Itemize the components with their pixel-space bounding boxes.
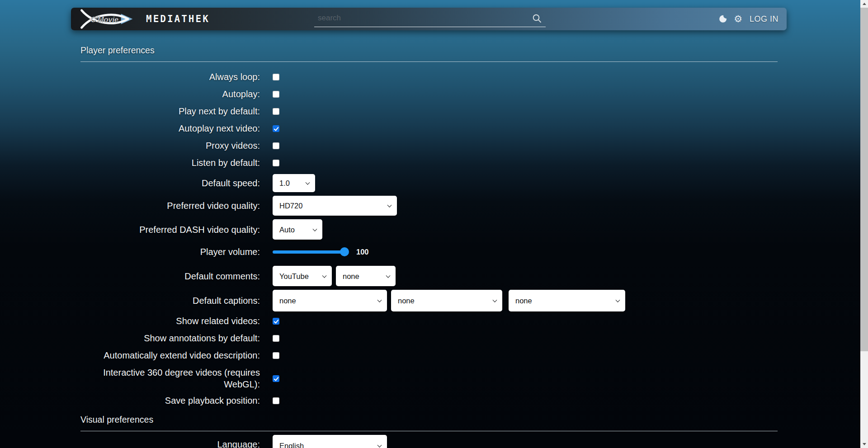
pref-label: Default comments: [80, 270, 273, 282]
pref-row-listen-by-default: Listen by default: [80, 157, 778, 169]
triangle-up-icon [863, 3, 866, 5]
default-speed-select[interactable]: 1.0 [273, 174, 315, 192]
search-input[interactable] [314, 10, 546, 27]
pref-row-show-related: Show related videos: [80, 315, 778, 327]
always-loop-checkbox[interactable] [273, 74, 279, 80]
pref-label: Default captions: [80, 295, 273, 307]
interactive-360-checkbox[interactable] [273, 375, 279, 382]
default-captions-select-1[interactable]: none [273, 290, 387, 311]
show-related-videos-checkbox[interactable] [273, 318, 279, 325]
pref-label: Autoplay: [80, 88, 273, 100]
pref-row-default-captions: Default captions: none none none [80, 290, 778, 311]
pref-row-player-volume: Player volume: 100 [80, 246, 778, 258]
autoplay-next-video-checkbox[interactable] [273, 125, 279, 132]
logo-text: C'Movie [90, 15, 118, 24]
language-select[interactable]: English [273, 435, 387, 448]
pref-row-dash-quality: Preferred DASH video quality: Auto [80, 219, 778, 240]
pref-row-extend-description: Automatically extend video description: [80, 349, 778, 361]
settings-gear-icon[interactable]: ⚙ [734, 14, 742, 24]
search-icon[interactable] [532, 14, 542, 24]
show-annotations-checkbox[interactable] [273, 335, 279, 342]
proxy-videos-checkbox[interactable] [273, 142, 279, 149]
navbar-actions: ⚙ LOG IN [718, 14, 778, 24]
pref-row-interactive-360: Interactive 360 degree videos (requires … [80, 367, 778, 390]
pref-label: Save playback position: [80, 395, 273, 406]
pref-label: Play next by default: [80, 105, 273, 117]
save-playback-position-checkbox[interactable] [273, 397, 279, 404]
pref-label: Always loop: [80, 71, 273, 83]
fish-logo-icon: C'Movie [78, 9, 136, 29]
home-link[interactable]: C'Movie MEDIATHEK [78, 9, 210, 29]
pref-row-autoplay: Autoplay: [80, 88, 778, 100]
pref-label: Automatically extend video description: [80, 349, 273, 361]
scrollbar[interactable] [860, 0, 868, 448]
pref-label: Language: [80, 435, 273, 448]
brand-title: MEDIATHEK [146, 14, 210, 24]
pref-label: Show annotations by default: [80, 332, 273, 344]
login-link[interactable]: LOG IN [750, 14, 778, 24]
pref-row-default-comments: Default comments: YouTube none [80, 266, 778, 286]
default-captions-select-3[interactable]: none [509, 290, 625, 311]
pref-label: Listen by default: [80, 157, 273, 169]
default-comments-select-1[interactable]: YouTube [273, 266, 332, 286]
pref-row-autoplay-next-video: Autoplay next video: [80, 123, 778, 134]
pref-row-show-annotations: Show annotations by default: [80, 332, 778, 344]
pref-row-video-quality: Preferred video quality: HD720 [80, 196, 778, 216]
section-title-player-preferences: Player preferences [80, 40, 778, 62]
pref-row-proxy-videos: Proxy videos: [80, 140, 778, 151]
play-next-by-default-checkbox[interactable] [273, 108, 279, 115]
pref-row-play-next: Play next by default: [80, 105, 778, 117]
preferred-dash-quality-select[interactable]: Auto [273, 219, 322, 240]
preferred-video-quality-select[interactable]: HD720 [273, 196, 397, 216]
default-comments-select-2[interactable]: none [336, 266, 396, 286]
slider-thumb[interactable] [340, 247, 349, 256]
player-volume-slider[interactable] [273, 250, 348, 254]
listen-by-default-checkbox[interactable] [273, 160, 279, 166]
pref-label: Player volume: [80, 246, 273, 258]
pref-row-language: Language: English [80, 435, 778, 448]
auto-extend-description-checkbox[interactable] [273, 352, 279, 359]
pref-label: Interactive 360 degree videos (requires … [80, 367, 273, 390]
scrollbar-thumb[interactable] [860, 8, 868, 351]
pref-label: Autoplay next video: [80, 123, 273, 134]
settings-page: Player preferences Always loop: Autoplay… [80, 40, 778, 448]
scrollbar-down-button[interactable] [860, 440, 868, 448]
default-captions-select-2[interactable]: none [391, 290, 502, 311]
scrollbar-up-button[interactable] [860, 0, 868, 8]
pref-label: Proxy videos: [80, 140, 273, 151]
pref-label: Default speed: [80, 177, 273, 189]
pref-label: Show related videos: [80, 315, 273, 327]
section-title-visual-preferences: Visual preferences [80, 413, 778, 431]
player-volume-value: 100 [356, 248, 369, 256]
pref-row-default-speed: Default speed: 1.0 [80, 174, 778, 192]
triangle-down-icon [863, 443, 866, 445]
player-preferences-rows: Always loop: Autoplay: Play next by defa… [80, 71, 778, 406]
search-bar [314, 10, 546, 27]
autoplay-checkbox[interactable] [273, 91, 279, 98]
navbar: C'Movie MEDIATHEK ⚙ LOG IN [71, 8, 787, 30]
pref-row-save-playback: Save playback position: [80, 395, 778, 406]
dark-mode-toggle-icon[interactable] [718, 14, 727, 24]
pref-label: Preferred video quality: [80, 200, 273, 212]
pref-label: Preferred DASH video quality: [80, 224, 273, 236]
visual-preferences-rows: Language: English [80, 435, 778, 448]
pref-row-always-loop: Always loop: [80, 71, 778, 83]
